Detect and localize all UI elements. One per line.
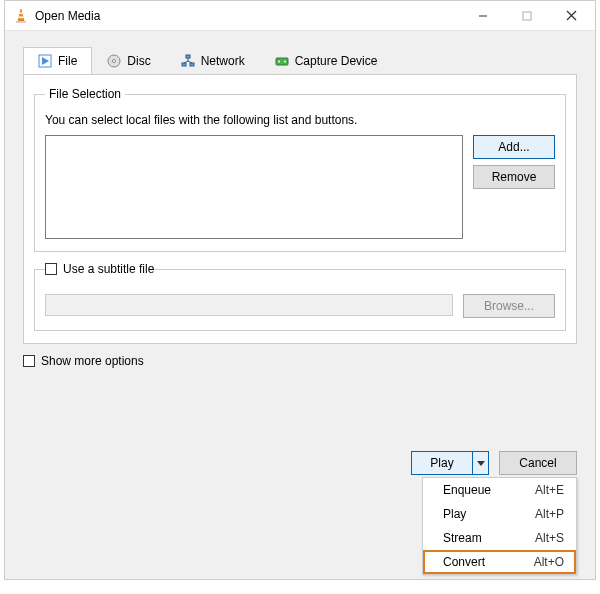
menu-item-enqueue[interactable]: Enqueue Alt+E	[423, 478, 576, 502]
file-selection-hint: You can select local files with the foll…	[45, 113, 555, 127]
checkbox-icon	[23, 355, 35, 367]
maximize-button[interactable]	[505, 2, 549, 30]
minimize-button[interactable]	[461, 2, 505, 30]
play-dropdown-toggle[interactable]	[472, 452, 488, 474]
svg-rect-12	[186, 55, 190, 58]
window-title: Open Media	[35, 9, 461, 23]
subtitle-path-input	[45, 294, 453, 316]
play-dropdown-menu: Enqueue Alt+E Play Alt+P Stream Alt+S Co…	[422, 477, 577, 575]
svg-point-20	[284, 61, 286, 63]
file-play-icon	[38, 54, 52, 68]
menu-item-play[interactable]: Play Alt+P	[423, 502, 576, 526]
use-subtitle-checkbox[interactable]: Use a subtitle file	[45, 262, 154, 276]
svg-point-19	[278, 61, 280, 63]
svg-rect-5	[523, 12, 531, 20]
menu-item-convert[interactable]: Convert Alt+O	[423, 550, 576, 574]
tabs: File Disc Network Capture Device	[5, 31, 595, 74]
tab-label: File	[58, 54, 77, 68]
tab-network[interactable]: Network	[166, 47, 260, 75]
tab-label: Disc	[127, 54, 150, 68]
titlebar[interactable]: Open Media	[5, 1, 595, 31]
file-selection-legend: File Selection	[45, 87, 125, 101]
file-selection-group: File Selection You can select local file…	[34, 87, 566, 252]
play-split-button[interactable]: Play	[411, 451, 489, 475]
tab-label: Capture Device	[295, 54, 378, 68]
checkbox-label: Show more options	[41, 354, 144, 368]
remove-button[interactable]: Remove	[473, 165, 555, 189]
checkbox-icon	[45, 263, 57, 275]
subtitle-group: Use a subtitle file Browse...	[34, 262, 566, 331]
disc-icon	[107, 54, 121, 68]
vlc-cone-icon	[13, 8, 29, 24]
dialog-actions: Play Cancel	[411, 451, 577, 475]
tab-disc[interactable]: Disc	[92, 47, 165, 75]
open-media-dialog: Open Media File Disc Network Capture Dev…	[4, 0, 596, 580]
svg-marker-0	[18, 9, 24, 21]
tab-panel-file: File Selection You can select local file…	[23, 74, 577, 344]
tab-file[interactable]: File	[23, 47, 92, 75]
window-controls	[461, 2, 593, 30]
checkbox-label: Use a subtitle file	[63, 262, 154, 276]
svg-rect-18	[276, 58, 288, 65]
svg-rect-3	[19, 16, 24, 18]
tab-capture[interactable]: Capture Device	[260, 47, 393, 75]
menu-item-stream[interactable]: Stream Alt+S	[423, 526, 576, 550]
svg-rect-14	[190, 63, 194, 66]
cancel-button[interactable]: Cancel	[499, 451, 577, 475]
tab-label: Network	[201, 54, 245, 68]
show-more-options-checkbox[interactable]: Show more options	[23, 354, 144, 368]
network-icon	[181, 54, 195, 68]
close-button[interactable]	[549, 2, 593, 30]
chevron-down-icon	[477, 461, 485, 466]
svg-point-11	[113, 60, 116, 63]
capture-device-icon	[275, 54, 289, 68]
add-button[interactable]: Add...	[473, 135, 555, 159]
file-list[interactable]	[45, 135, 463, 239]
play-button-label: Play	[412, 456, 472, 470]
svg-rect-2	[19, 12, 22, 13]
browse-button: Browse...	[463, 294, 555, 318]
svg-rect-13	[182, 63, 186, 66]
svg-rect-1	[16, 21, 26, 23]
